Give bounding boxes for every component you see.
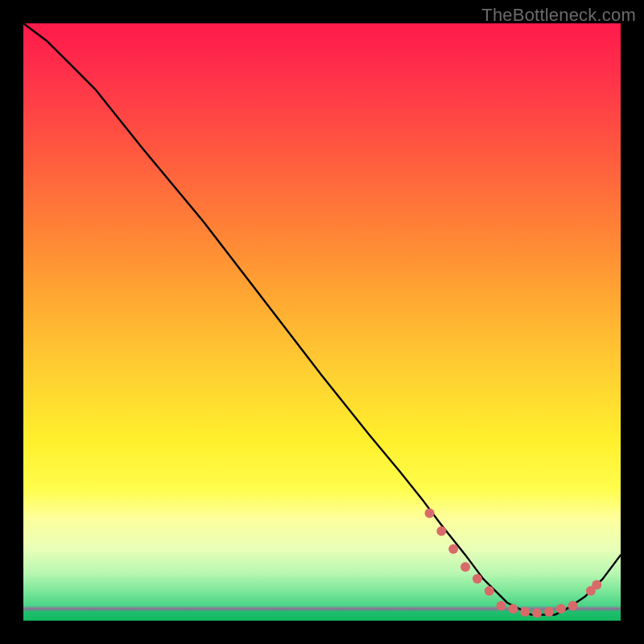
chart-frame: TheBottleneck.com <box>0 0 644 644</box>
marker-dot <box>568 601 578 611</box>
bottleneck-curve <box>23 23 621 615</box>
marker-dot <box>436 526 446 536</box>
highlight-markers <box>425 508 602 617</box>
marker-dot <box>508 604 518 613</box>
marker-dot <box>556 604 566 613</box>
marker-dot <box>485 586 494 596</box>
marker-dot <box>460 562 470 572</box>
marker-dot <box>448 544 458 554</box>
marker-dot <box>497 601 506 611</box>
marker-dot <box>592 580 601 590</box>
watermark-text: TheBottleneck.com <box>481 5 636 26</box>
marker-dot <box>532 608 542 617</box>
marker-dot <box>520 607 530 617</box>
marker-dot <box>425 508 435 518</box>
marker-dot <box>544 607 554 617</box>
marker-dot <box>473 574 482 584</box>
curve-layer <box>23 23 621 621</box>
